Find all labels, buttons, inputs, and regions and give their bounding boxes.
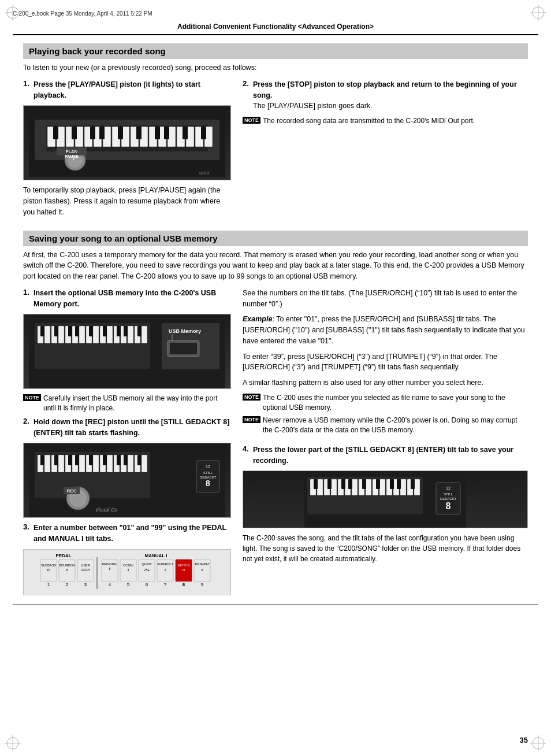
note-label-2: NOTE (23, 394, 41, 401)
svg-rect-182 (397, 479, 401, 489)
step4-keyboard-svg: 12 STILL GEDACKT 8 (304, 471, 466, 528)
svg-rect-172 (400, 479, 406, 495)
svg-text:SUPEROCT: SUPEROCT (157, 562, 173, 566)
svg-rect-103 (89, 455, 93, 465)
svg-rect-40 (164, 127, 169, 139)
svg-text:8: 8 (206, 479, 210, 488)
svg-rect-160 (317, 479, 323, 495)
s2-step1-text: Insert the optional USB memory into the … (33, 288, 231, 310)
right-note2-box: NOTE Never remove a USB memory while the… (243, 416, 528, 435)
svg-rect-89 (79, 455, 85, 472)
svg-text:8: 8 (201, 568, 203, 572)
svg-rect-176 (327, 479, 332, 489)
svg-text:ORCH: ORCH (81, 568, 90, 572)
svg-rect-183 (411, 479, 415, 489)
svg-rect-66 (142, 326, 147, 343)
svg-rect-180 (376, 479, 380, 489)
pedal-tabs-box: PEDAL MANUAL I SUBBASS 16 1 BOURDON 8 (23, 549, 231, 595)
svg-text:GEDACKT: GEDACKT (440, 497, 456, 501)
svg-rect-101 (68, 455, 72, 465)
book-ref: C-200_e.book Page 35 Monday, April 4, 20… (13, 10, 152, 17)
right-example: Example: To enter "01", press the [USER/… (243, 314, 528, 346)
svg-text:12: 12 (446, 486, 451, 490)
svg-rect-107 (137, 455, 142, 465)
s2-step3-number: 3. (23, 522, 31, 531)
svg-rect-36 (99, 127, 105, 139)
section1-right-col: 2. Press the [STOP] piston to stop playb… (243, 79, 528, 223)
svg-rect-41 (183, 127, 188, 139)
svg-rect-69 (68, 326, 72, 336)
right-text3: A similar flashing pattern is also used … (243, 377, 528, 388)
svg-rect-42 (201, 127, 206, 139)
page-header: Additional Convenient Functionality <Adv… (13, 23, 538, 31)
section1-left-col: 1. Press the [PLAY/PAUSE] piston (it lig… (23, 79, 231, 223)
svg-rect-181 (390, 479, 394, 489)
note-label-1: NOTE (243, 117, 260, 124)
svg-text:8: 8 (183, 582, 185, 587)
section2-step1: 1. Insert the optional USB memory into t… (23, 288, 231, 310)
svg-rect-59 (93, 326, 99, 343)
svg-rect-174 (414, 479, 420, 495)
header-rule (13, 34, 538, 35)
svg-rect-57 (79, 326, 85, 343)
svg-text:emo: emo (199, 170, 210, 176)
svg-rect-73 (117, 326, 121, 336)
right-text1: See the numbers on the tilt tabs. (The [… (243, 288, 528, 310)
svg-rect-64 (128, 326, 133, 343)
play-image-box: PLAY/ PAUSE emo (23, 105, 231, 180)
svg-rect-167 (366, 479, 371, 495)
right-note1-label: NOTE (243, 394, 260, 401)
svg-rect-106 (124, 455, 128, 465)
section2-intro: At first, the C-200 uses a temporary mem… (23, 250, 528, 282)
s2-step2-text: Hold down the [REC] piston until the [ST… (33, 417, 231, 439)
svg-text:7: 7 (164, 582, 167, 587)
svg-rect-70 (75, 326, 79, 336)
svg-rect-100 (54, 455, 58, 465)
right-note1-box: NOTE The C-200 uses the number you selec… (243, 393, 528, 413)
svg-text:8: 8 (66, 568, 68, 572)
svg-rect-169 (379, 479, 385, 495)
footer-rule (13, 605, 538, 605)
svg-text:PAUSE: PAUSE (65, 154, 79, 158)
section1-step2: 2. Press the [STOP] piston to stop playb… (243, 79, 528, 112)
s2-step1-number: 1. (23, 288, 31, 297)
svg-rect-75 (137, 326, 142, 336)
svg-text:STILL: STILL (444, 492, 453, 496)
svg-rect-68 (54, 326, 58, 336)
usb-image-box: USB Memory (23, 314, 231, 389)
svg-rect-162 (331, 479, 337, 495)
step2-note-text: The recorded song data are transmitted t… (263, 116, 475, 126)
svg-rect-39 (155, 127, 160, 139)
svg-rect-177 (341, 479, 345, 489)
svg-text:2: 2 (164, 568, 166, 572)
s2-step1-note-box: NOTE Carefully insert the USB memory all… (23, 394, 231, 413)
svg-text:QUINT: QUINT (142, 562, 152, 566)
step2-text: Press the [STOP] piston to stop playback… (253, 80, 517, 99)
svg-rect-74 (124, 326, 128, 336)
right-note2-text: Never remove a USB memory while the C-20… (263, 416, 528, 435)
step1-number: 1. (23, 79, 31, 88)
pedal-tabs-svg: PEDAL MANUAL I SUBBASS 16 1 BOURDON 8 (35, 551, 219, 593)
svg-text:16: 16 (47, 568, 50, 572)
svg-text:STILL: STILL (203, 471, 213, 475)
svg-rect-179 (362, 479, 366, 489)
right-note2-label: NOTE (243, 416, 260, 423)
s2-step3-text: Enter a number between "01" and "99" usi… (33, 522, 231, 544)
page: C-200_e.book Page 35 Monday, April 4, 20… (0, 0, 551, 756)
page-footer: 35 (520, 736, 528, 744)
svg-rect-93 (107, 455, 113, 472)
section1-heading: Playing back your recorded song (23, 43, 528, 59)
svg-rect-37 (118, 127, 123, 139)
svg-text:Visual Co: Visual Co (95, 507, 117, 513)
svg-text:12: 12 (206, 465, 210, 469)
step2-note-box: NOTE The recorded song data are transmit… (243, 116, 528, 126)
rec-image-box: REC Visual Co 12 STILL GEDACKT 8 (23, 443, 231, 518)
corner-mark-bl (5, 735, 21, 751)
corner-mark-tl (5, 5, 21, 21)
svg-rect-72 (103, 326, 107, 336)
section2-right-col: See the numbers on the tilt tabs. (The [… (243, 288, 528, 599)
section1-cols: 1. Press the [PLAY/PAUSE] piston (it lig… (23, 79, 528, 223)
svg-text:BOURDON: BOURDON (59, 564, 75, 567)
svg-rect-35 (90, 127, 95, 139)
svg-text:2⅔: 2⅔ (144, 568, 149, 572)
